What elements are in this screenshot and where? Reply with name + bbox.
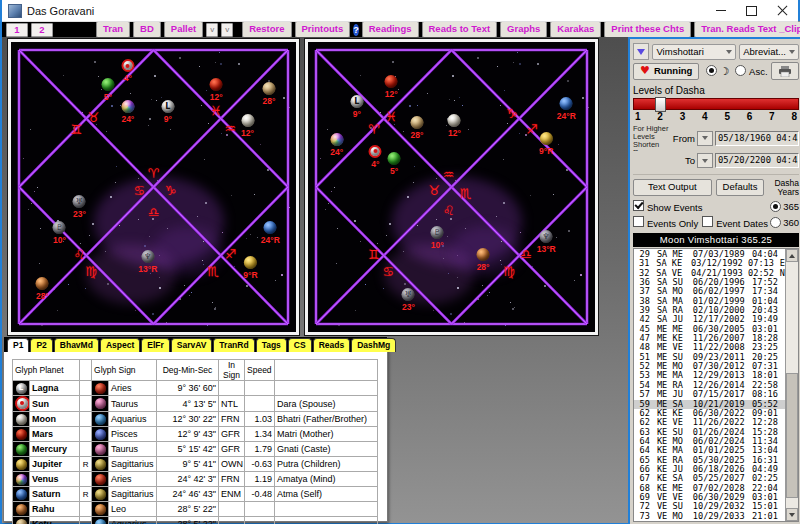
toolbar-button-readings[interactable]: Readings [362, 21, 419, 38]
defaults-button[interactable]: Defaults [716, 179, 765, 196]
planet-row-moon[interactable]: MoonAquarius12° 30' 22"FRN1.03Bhatri (Fa… [13, 412, 378, 427]
scroll-thumb[interactable] [786, 373, 798, 498]
scroll-track[interactable] [786, 262, 798, 508]
planet-pluto[interactable]: ♇10° [431, 226, 444, 250]
toolbar-button-reads-to-text[interactable]: Reads to Text [422, 21, 498, 38]
planet-row-ketu[interactable]: KetuAquarius28° 5' 22" [13, 517, 378, 524]
planet-mercury[interactable]: 5° [388, 152, 401, 176]
running-button[interactable]: ♥ Running [633, 63, 699, 80]
planet-row-lagna[interactable]: LLagnaAries9° 36' 60" [13, 381, 378, 396]
planet-row-rahu[interactable]: RahuLeo28° 5' 22" [13, 502, 378, 517]
planet-sun[interactable]: 4° [121, 59, 134, 83]
toolbar-button-v[interactable]: v [206, 23, 218, 37]
panel-menu-button[interactable] [633, 43, 649, 60]
close-button[interactable] [766, 0, 798, 21]
events-only-checkbox[interactable]: Events Only [633, 216, 698, 229]
text-output-button[interactable]: Text Output [633, 179, 712, 196]
from-drop-button[interactable] [697, 131, 713, 146]
planet-ketu[interactable]: 28° [411, 116, 424, 140]
maximize-button[interactable] [736, 0, 766, 21]
help-icon[interactable]: ? [353, 24, 359, 36]
tab-dashmg[interactable]: DashMg [351, 338, 396, 352]
in-sign: ENM [219, 487, 245, 502]
rahu-icon [13, 502, 30, 517]
slider-scale-5: 5 [724, 111, 730, 122]
planet-mars[interactable]: 12° [210, 78, 223, 102]
planet-neptune[interactable]: ♆13°R [138, 250, 157, 274]
slider-handle[interactable] [655, 97, 666, 112]
planet-saturn[interactable]: 24°R [557, 97, 576, 121]
planet-lagna[interactable]: L9° [350, 95, 363, 119]
tab-tranrd[interactable]: TranRd [213, 338, 254, 352]
toolbar-button-print-these-chts[interactable]: Print these Chts [604, 21, 691, 38]
asc-radio[interactable]: Asc. [735, 65, 767, 77]
dasha-system-select[interactable]: Vimshottari [652, 44, 736, 60]
planet-uranus[interactable]: ♅23° [402, 288, 415, 312]
planet-rahu[interactable]: 28° [36, 277, 49, 301]
tab-sarvav[interactable]: SarvAV [171, 338, 213, 352]
planet-mars[interactable]: 12° [385, 75, 398, 99]
ketu-icon [262, 82, 275, 95]
abbreviation-select[interactable]: Abreviat... [739, 44, 799, 60]
planet-row-mercury[interactable]: MercuryTaurus5° 15' 42"GFR1.79Gnati (Cas… [13, 442, 378, 457]
planet-row-sun[interactable]: SunTaurus4° 13' 5"NTLDara (Spouse) [13, 396, 378, 412]
sign-icon-taurus [92, 396, 109, 412]
tab-bhavmd[interactable]: BhavMd [54, 338, 99, 352]
planet-venus[interactable]: 24° [121, 100, 134, 124]
planet-lagna[interactable]: L9° [161, 100, 174, 124]
dasha-level-slider[interactable] [633, 98, 799, 110]
planet-neptune[interactable]: ♆13°R [537, 230, 556, 254]
toolbar-button-2[interactable]: 2 [31, 23, 53, 37]
event-dates-checkbox[interactable]: Event Dates [702, 216, 768, 229]
toolbar-button-printouts[interactable]: Printouts [295, 21, 351, 38]
planet-jupiter[interactable]: 9°R [243, 256, 257, 280]
planet-mercury[interactable]: 5° [101, 78, 114, 102]
toolbar-button-karakas[interactable]: Karakas [550, 21, 601, 38]
toolbar-button-graphs[interactable]: Graphs [500, 21, 547, 38]
minimize-button[interactable] [706, 0, 736, 21]
toolbar-button-pallet[interactable]: Pallet [164, 21, 203, 38]
planet-row-venus[interactable]: VenusAries24° 42' 3"FRN1.19Amatya (Mind) [13, 472, 378, 487]
toolbar-button-tran-reads-text-clip[interactable]: Tran. Reads Text _Clip [694, 21, 800, 38]
dasha-list-scrollbar[interactable] [785, 249, 798, 521]
planet-moon[interactable]: 12° [241, 114, 254, 138]
planet-saturn[interactable]: 24°R [261, 221, 280, 245]
toolbar-button-tran[interactable]: Tran [96, 21, 130, 38]
tab-p1[interactable]: P1 [7, 338, 29, 352]
show-events-checkbox[interactable]: Show Events [633, 200, 702, 213]
toolbar-button-bd[interactable]: BD [133, 21, 161, 38]
jupiter-icon [540, 132, 553, 145]
to-drop-button[interactable] [697, 153, 713, 168]
planet-sun[interactable]: 4° [369, 145, 382, 169]
scroll-up-button[interactable] [786, 249, 798, 262]
toolbar-button-v[interactable]: v [221, 23, 233, 37]
planet-jupiter[interactable]: 9°R [539, 132, 553, 156]
to-date-field[interactable]: 05/20/2200 04:43 [715, 153, 799, 168]
planet-row-mars[interactable]: MarsPisces12° 9' 43"GFR1.34Matri (Mother… [13, 427, 378, 442]
planet-row-saturn[interactable]: SaturnRSagittarius24° 46' 43"ENM-0.48Atm… [13, 487, 378, 502]
planet-venus[interactable]: 24° [330, 133, 343, 157]
scroll-down-button[interactable] [786, 508, 798, 521]
venus-icon [13, 472, 30, 487]
print-button[interactable] [771, 62, 799, 80]
toolbar-button-1[interactable]: 1 [6, 23, 28, 37]
show-events-label: Show Events [647, 202, 702, 213]
planet-moon[interactable]: 12° [448, 114, 461, 138]
tab-p2[interactable]: P2 [30, 338, 52, 352]
planet-uranus[interactable]: ♅23° [73, 195, 86, 219]
tab-elfr[interactable]: ElFr [141, 338, 170, 352]
planet-ketu[interactable]: 28° [262, 82, 275, 106]
radio-360[interactable]: 360 [770, 217, 799, 228]
tab-tags[interactable]: Tags [256, 338, 287, 352]
planet-pluto[interactable]: ♇10° [53, 221, 66, 245]
from-date-field[interactable]: 05/18/1960 04:43 [715, 131, 799, 146]
toolbar-button-restore[interactable]: Restore [242, 21, 291, 38]
moon-radio[interactable]: ☽ [706, 65, 735, 78]
tab-cs[interactable]: CS [288, 338, 312, 352]
radio-selected-icon [770, 201, 781, 212]
tab-aspect[interactable]: Aspect [100, 338, 140, 352]
radio-365[interactable]: 365 [770, 201, 799, 212]
planet-row-jupiter[interactable]: JupiterRSagittarius9° 5' 41"OWN-0.63Putr… [13, 457, 378, 472]
tab-reads[interactable]: Reads [313, 338, 351, 352]
planet-rahu[interactable]: 28° [477, 248, 490, 272]
